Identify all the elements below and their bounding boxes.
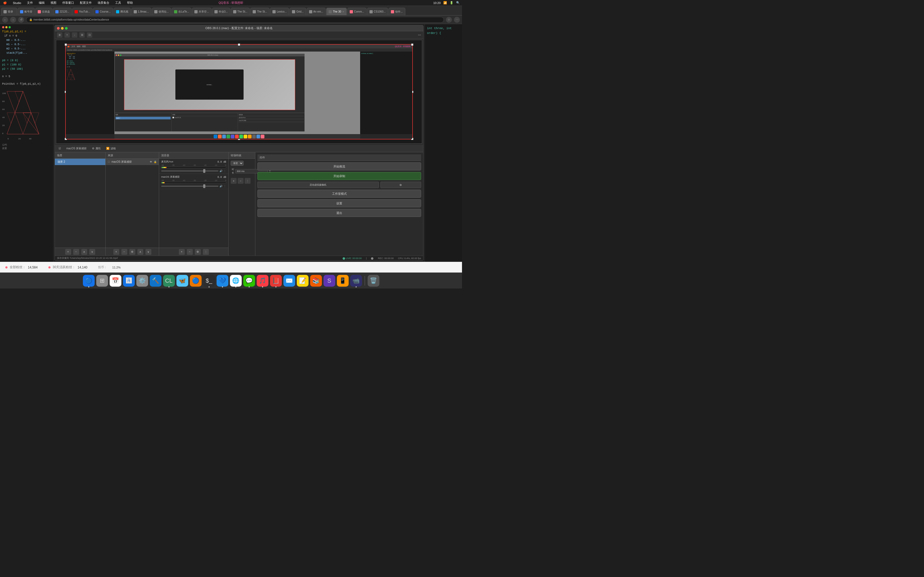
dock-icon-appstore[interactable]: 🅰 (123, 275, 135, 287)
tab-thest2[interactable]: The St... (250, 8, 270, 15)
dock-icon-launchpad[interactable]: ⊞ (96, 275, 108, 287)
dock-icon-music[interactable]: 🎵 (257, 275, 268, 287)
maximize-btn[interactable] (8, 26, 11, 28)
virtual-cam-button[interactable]: 启动虚拟摄像机 (257, 182, 379, 188)
obs-preview-area[interactable]: 🍎 文件编辑视图 QQ音乐 - 听我想听 member.bilibili.com… (56, 40, 422, 144)
close-window-button[interactable] (57, 27, 60, 30)
dock-icon-vscode[interactable]: 💙 (216, 275, 228, 287)
dock-icon-airmail[interactable]: ✉️ (283, 275, 295, 287)
minimize-window-button[interactable] (61, 27, 64, 30)
dock-icon-terminal[interactable]: $_ (203, 275, 215, 287)
zoom-out-button[interactable]: - (72, 32, 77, 38)
source-lock-icon[interactable]: 🔒 (154, 161, 157, 163)
menubar-search-icon[interactable]: 🔍 (456, 1, 460, 5)
dock-icon-notes[interactable]: 📝 (297, 275, 309, 287)
tab-grid[interactable]: Grid... (289, 8, 306, 15)
reload-button[interactable]: ↺ (18, 17, 24, 23)
virtual-cam-settings-button[interactable]: ⚙ (380, 182, 422, 188)
maximize-window-button[interactable] (65, 27, 68, 30)
handle-topleft[interactable] (65, 44, 67, 46)
mixer-settings-button[interactable]: ⚙ (195, 249, 201, 255)
add-scene-button[interactable]: + (65, 249, 71, 255)
settings-button[interactable]: 设置 (257, 199, 421, 207)
move-source-down-button[interactable]: ∨ (145, 249, 151, 255)
close-btn[interactable] (2, 26, 4, 28)
bookmark-button[interactable]: ☆ (446, 17, 452, 23)
handle-topright[interactable] (411, 44, 414, 46)
dock-icon-trash[interactable]: 🗑️ (368, 275, 380, 287)
menu-help[interactable]: 帮助 (126, 0, 134, 5)
menu-profile[interactable]: 配置文件 (79, 0, 93, 5)
dock-icon-calendar[interactable]: 📅 (110, 275, 121, 287)
tab-anem[interactable]: An em... (307, 8, 326, 15)
menubar-wifi-icon[interactable]: 📶 (443, 1, 447, 5)
scene-item-scene2[interactable]: 场景 2 (55, 159, 105, 165)
toolbar-more[interactable]: ⋯ (418, 33, 421, 37)
dock-icon-flutter[interactable]: 🦋 (176, 275, 188, 287)
mixer-more-button[interactable]: ⋮ (223, 185, 226, 187)
tab-dashboard[interactable]: 仪表盘 (35, 8, 52, 15)
menu-edit[interactable]: 编辑 (38, 0, 46, 5)
move-source-up-button[interactable]: ∧ (137, 249, 143, 255)
tab-account[interactable]: 账号登 (18, 8, 35, 15)
dock-icon-finder[interactable]: 🔵 (83, 275, 95, 287)
reset-view-button[interactable]: ⊡ (87, 32, 92, 38)
tab-tencent[interactable]: 腾讯视 (114, 8, 131, 15)
source-visibility-icon[interactable]: 👁 (150, 161, 152, 163)
dock-icon-soulver[interactable]: S (323, 275, 335, 287)
mixer-more-button[interactable]: ⋮ (203, 249, 209, 255)
menu-file[interactable]: 文件 (26, 0, 34, 5)
dock-icon-blender[interactable]: 🔵 (190, 275, 202, 287)
add-source-button[interactable]: + (113, 249, 119, 255)
dock-icon-pockity[interactable]: 📱 (337, 275, 349, 287)
tab-pull[interactable]: 使用拉... (152, 8, 171, 15)
fader-thumb[interactable] (203, 184, 205, 188)
fader-thumb[interactable] (203, 169, 205, 173)
remove-source-button[interactable]: − (121, 249, 127, 255)
menu-dock[interactable]: 停靠窗口 (61, 0, 75, 5)
tab-signin[interactable]: 登录 (1, 8, 17, 15)
zoom-fit-button[interactable]: ⊕ (57, 32, 62, 38)
minimize-btn[interactable] (5, 26, 8, 28)
fit-screen-button[interactable]: ⊞ (79, 32, 85, 38)
tab-thest1[interactable]: The St... (231, 8, 250, 15)
tab-create[interactable]: 创作... (388, 8, 405, 15)
url-bar[interactable]: 🔒 member.bilibili.com/platform/data-up/v… (26, 17, 444, 23)
filters-tab[interactable]: 🔽 滤镜 (105, 146, 117, 151)
remove-transition-button[interactable]: − (238, 178, 244, 184)
menu-view[interactable]: 视图 (50, 0, 58, 5)
studio-mode-button[interactable]: 工作室模式 (257, 190, 421, 198)
transitions-type-select[interactable]: 渐变 (231, 161, 244, 166)
tab-lexico[interactable]: Lexico... (270, 8, 289, 15)
dock-icon-books[interactable]: 📚 (310, 275, 322, 287)
mixer-volume-icon[interactable]: 🔊 (220, 169, 223, 172)
dock-icon-wechat[interactable]: 💬 (243, 275, 255, 287)
tab-youtube[interactable]: YouTub... (72, 8, 92, 15)
app-name[interactable]: Studio (12, 1, 22, 5)
tab-the30[interactable]: The 30 ✕ (326, 8, 347, 15)
back-button[interactable]: ← (2, 17, 8, 23)
source-item-screen[interactable]: ☐ macOS 屏幕捕获 👁 🔒 (106, 159, 159, 165)
menubar-battery-icon[interactable]: 🔋 (450, 1, 454, 5)
tab-1mac[interactable]: 1.8mac... (131, 8, 151, 15)
dock-icon-pdfexpert[interactable]: 📕 (270, 275, 282, 287)
start-stream-button[interactable]: 开始推流 (257, 163, 421, 171)
remove-scene-button[interactable]: − (73, 249, 79, 255)
tab-22120[interactable]: 22120... (53, 8, 72, 15)
dock-icon-chrome[interactable]: 🌐 (230, 275, 242, 287)
apple-menu[interactable]: 🍎 (2, 0, 8, 5)
exit-button[interactable]: 退出 (257, 209, 421, 217)
tab-share[interactable]: 共享空... (192, 8, 211, 15)
tab-close-icon[interactable]: ✕ (342, 10, 344, 13)
move-scene-down-button[interactable]: ∨ (89, 249, 95, 255)
dock-icon-sysprefs[interactable]: ⚙️ (136, 275, 148, 287)
properties-tab[interactable]: ⚙ 属性 (90, 146, 102, 151)
start-record-button[interactable]: 开始录制 (257, 172, 421, 180)
transition-more-button[interactable]: ⋮ (245, 178, 250, 184)
mixer-more-button[interactable]: ⋮ (223, 169, 226, 172)
more-button[interactable]: ⋯ (454, 17, 460, 23)
remove-mixer-button[interactable]: − (187, 249, 193, 255)
move-scene-up-button[interactable]: ∧ (81, 249, 87, 255)
mixer-fader[interactable] (161, 185, 218, 187)
tab-comm[interactable]: Comm... (347, 8, 367, 15)
